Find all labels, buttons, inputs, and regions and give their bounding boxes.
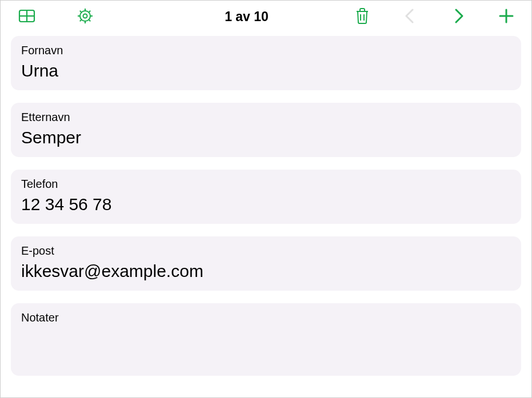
delete-button[interactable] bbox=[353, 7, 371, 27]
trash-icon bbox=[353, 7, 371, 27]
field-value[interactable]: ikkesvar@example.com bbox=[21, 261, 511, 282]
field-value[interactable]: 12 34 56 78 bbox=[21, 194, 511, 215]
field-label: Fornavn bbox=[21, 44, 511, 57]
field-value[interactable]: Semper bbox=[21, 127, 511, 148]
chevron-left-icon bbox=[401, 7, 419, 27]
toolbar-left-group bbox=[18, 7, 94, 27]
plus-icon bbox=[497, 7, 515, 27]
chevron-right-icon bbox=[449, 7, 467, 27]
previous-button bbox=[401, 7, 419, 27]
field-label: Notater bbox=[21, 311, 511, 324]
field-etternavn[interactable]: Etternavn Semper bbox=[11, 103, 521, 157]
field-notater[interactable]: Notater bbox=[11, 303, 521, 376]
svg-point-3 bbox=[80, 11, 90, 21]
field-fornavn[interactable]: Fornavn Urna bbox=[11, 36, 521, 90]
form-content: Fornavn Urna Etternavn Semper Telefon 12… bbox=[1, 33, 531, 392]
svg-line-10 bbox=[89, 19, 90, 21]
table-icon bbox=[18, 7, 36, 27]
field-value[interactable] bbox=[21, 328, 511, 348]
settings-button[interactable] bbox=[76, 7, 94, 27]
svg-line-9 bbox=[80, 10, 82, 12]
field-label: Telefon bbox=[21, 178, 511, 191]
field-telefon[interactable]: Telefon 12 34 56 78 bbox=[11, 170, 521, 224]
field-value[interactable]: Urna bbox=[21, 61, 511, 81]
record-counter: 1 av 10 bbox=[94, 9, 353, 25]
field-label: E-post bbox=[21, 244, 511, 258]
toolbar: 1 av 10 bbox=[1, 1, 531, 33]
next-button[interactable] bbox=[449, 7, 467, 27]
svg-line-12 bbox=[89, 10, 90, 12]
svg-line-11 bbox=[80, 19, 82, 21]
add-button[interactable] bbox=[497, 7, 515, 27]
field-epost[interactable]: E-post ikkesvar@example.com bbox=[11, 236, 521, 291]
field-label: Etternavn bbox=[21, 111, 511, 124]
svg-point-4 bbox=[83, 14, 87, 18]
toolbar-right-group bbox=[353, 7, 515, 27]
table-view-button[interactable] bbox=[18, 7, 36, 27]
gear-icon bbox=[76, 7, 94, 27]
